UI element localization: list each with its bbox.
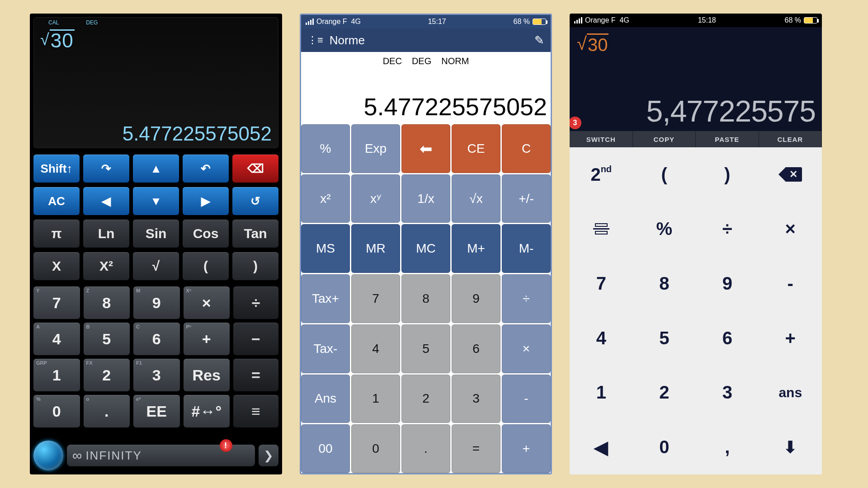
key-+[interactable]: + bbox=[759, 311, 822, 366]
op-≡[interactable]: ≡ bbox=[233, 395, 278, 427]
paste-button[interactable]: PASTE bbox=[696, 131, 759, 147]
op-=[interactable]: = bbox=[233, 359, 278, 391]
key-9[interactable]: M9 bbox=[133, 286, 180, 319]
key-MS[interactable]: MS bbox=[301, 224, 350, 273]
key-xʸ[interactable]: xʸ bbox=[351, 174, 400, 223]
key-+[interactable]: Pⁿ+ bbox=[184, 323, 230, 355]
key-CE[interactable]: CE bbox=[452, 124, 500, 173]
key-9[interactable]: 9 bbox=[696, 256, 759, 311]
key-,[interactable]: , bbox=[696, 420, 759, 474]
key-8[interactable]: 8 bbox=[401, 274, 450, 323]
key-.[interactable]: o. bbox=[84, 395, 130, 427]
key-×[interactable]: × bbox=[759, 202, 822, 257]
key-%[interactable]: % bbox=[633, 202, 696, 257]
func-3[interactable]: ( bbox=[183, 252, 229, 280]
key-+/-[interactable]: +/- bbox=[502, 174, 551, 223]
key-7[interactable]: Y7 bbox=[33, 286, 80, 319]
key-3[interactable]: 3 bbox=[452, 375, 500, 423]
func-π[interactable]: π bbox=[33, 220, 80, 248]
left-button[interactable]: ◀ bbox=[83, 187, 129, 215]
key-C[interactable]: C bbox=[502, 124, 551, 173]
shift-button[interactable]: Shift↑ bbox=[33, 155, 80, 183]
key-3[interactable]: F13 bbox=[133, 359, 180, 391]
func-2[interactable]: √ bbox=[133, 252, 179, 280]
key-√x[interactable]: √x bbox=[452, 174, 500, 223]
key-1[interactable]: GRP1 bbox=[33, 359, 80, 391]
key-Res[interactable]: Res bbox=[184, 359, 230, 391]
func-1[interactable]: X² bbox=[83, 252, 129, 280]
key-3[interactable]: 3 bbox=[696, 366, 759, 420]
key-0[interactable]: 0 bbox=[351, 424, 400, 473]
clear-button[interactable]: CLEAR bbox=[759, 131, 822, 147]
redo-button[interactable]: ↷ bbox=[83, 155, 129, 183]
key-÷[interactable]: ÷ bbox=[696, 202, 759, 257]
infinity-bar[interactable]: ∞ INFINITY ! bbox=[67, 445, 255, 466]
key-=[interactable]: = bbox=[452, 424, 500, 473]
func-tan[interactable]: Tan bbox=[232, 220, 278, 248]
key-M+[interactable]: M+ bbox=[452, 224, 500, 273]
key-2[interactable]: FX2 bbox=[84, 359, 130, 391]
key-1[interactable]: 1 bbox=[570, 366, 633, 420]
menu-orb-icon[interactable] bbox=[33, 441, 63, 470]
op-÷[interactable]: ÷ bbox=[233, 286, 278, 319]
key-M-[interactable]: M- bbox=[502, 224, 551, 273]
down-button[interactable]: ▼ bbox=[133, 187, 179, 215]
func-cos[interactable]: Cos bbox=[183, 220, 229, 248]
key-00[interactable]: 00 bbox=[301, 424, 350, 473]
key-Tax+[interactable]: Tax+ bbox=[301, 274, 350, 323]
right-button[interactable]: ▶ bbox=[183, 187, 229, 215]
key-6[interactable]: 6 bbox=[696, 311, 759, 366]
key-EE[interactable]: eˣEE bbox=[133, 395, 180, 427]
key-7[interactable]: 7 bbox=[570, 256, 633, 311]
key-4[interactable]: 4 bbox=[351, 324, 400, 373]
key-%[interactable]: % bbox=[301, 124, 350, 173]
key-8[interactable]: 8 bbox=[633, 256, 696, 311]
key-4[interactable]: A4 bbox=[33, 323, 80, 355]
mode-deg[interactable]: DEG bbox=[412, 56, 431, 66]
func-0[interactable]: X bbox=[33, 252, 80, 280]
backspace-button[interactable]: ✕ bbox=[759, 147, 822, 202]
key-1[interactable]: 1 bbox=[351, 375, 400, 423]
switch-button[interactable]: SWITCH bbox=[570, 131, 633, 147]
key-5[interactable]: 5 bbox=[401, 324, 450, 373]
key-MC[interactable]: MC bbox=[401, 224, 450, 273]
key-0[interactable]: 0 bbox=[633, 420, 696, 474]
key-Exp[interactable]: Exp bbox=[351, 124, 400, 173]
key-÷[interactable]: ÷ bbox=[502, 274, 551, 323]
key-6[interactable]: C6 bbox=[133, 323, 180, 355]
menu-icon[interactable]: ⋮≡ bbox=[307, 34, 323, 46]
key-MR[interactable]: MR bbox=[351, 224, 400, 273]
key-Ans[interactable]: Ans bbox=[301, 375, 350, 423]
key-x²[interactable]: x² bbox=[301, 174, 350, 223]
key-9[interactable]: 9 bbox=[452, 274, 500, 323]
key-7[interactable]: 7 bbox=[351, 274, 400, 323]
key-2[interactable]: 2 bbox=[401, 375, 450, 423]
key-5[interactable]: B5 bbox=[84, 323, 130, 355]
up-button[interactable]: ▲ bbox=[133, 155, 179, 183]
key-×[interactable]: × bbox=[502, 324, 551, 373]
copy-button[interactable]: COPY bbox=[633, 131, 696, 147]
key-1/x[interactable]: 1/x bbox=[401, 174, 450, 223]
key-8[interactable]: Z8 bbox=[84, 286, 130, 319]
down-button[interactable]: ⬇ bbox=[759, 420, 822, 474]
ac-button[interactable]: AC bbox=[33, 187, 80, 215]
key-ans[interactable]: ans bbox=[759, 366, 822, 420]
fraction-button[interactable] bbox=[570, 202, 633, 257]
op-−[interactable]: − bbox=[233, 323, 278, 355]
key--[interactable]: - bbox=[759, 256, 822, 311]
pen-icon[interactable]: ✎ bbox=[534, 33, 544, 47]
key-5[interactable]: 5 bbox=[633, 311, 696, 366]
chevron-right-icon[interactable]: ❯ bbox=[259, 445, 278, 466]
key-2[interactable]: 2 bbox=[633, 366, 696, 420]
second-button[interactable]: 2nd bbox=[570, 147, 633, 202]
key-Tax-[interactable]: Tax- bbox=[301, 324, 350, 373]
undo-button[interactable]: ↶ bbox=[183, 155, 229, 183]
key-.[interactable]: . bbox=[401, 424, 450, 473]
mode-dec[interactable]: DEC bbox=[383, 56, 402, 66]
key-4[interactable]: 4 bbox=[570, 311, 633, 366]
key-0[interactable]: %0 bbox=[33, 395, 80, 427]
key-([interactable]: ( bbox=[633, 147, 696, 202]
key-+[interactable]: + bbox=[502, 424, 551, 473]
mode-norm[interactable]: NORM bbox=[441, 56, 469, 66]
func-ln[interactable]: Ln bbox=[83, 220, 129, 248]
